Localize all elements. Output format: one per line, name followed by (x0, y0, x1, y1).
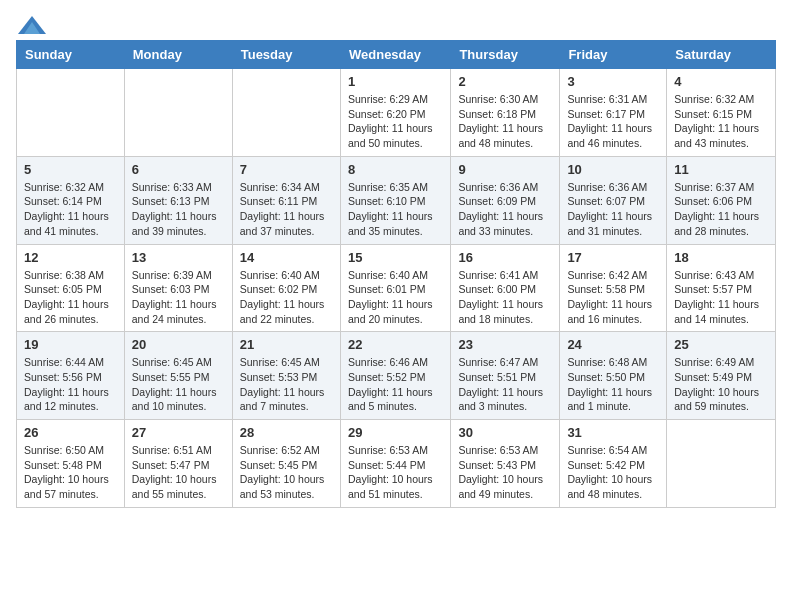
day-info: Sunrise: 6:54 AM Sunset: 5:42 PM Dayligh… (567, 443, 659, 502)
column-header-sunday: Sunday (17, 41, 125, 69)
day-number: 23 (458, 337, 552, 352)
calendar-day-cell: 8Sunrise: 6:35 AM Sunset: 6:10 PM Daylig… (340, 156, 450, 244)
day-number: 4 (674, 74, 768, 89)
calendar-week-row: 12Sunrise: 6:38 AM Sunset: 6:05 PM Dayli… (17, 244, 776, 332)
page-header (16, 16, 776, 30)
calendar-week-row: 5Sunrise: 6:32 AM Sunset: 6:14 PM Daylig… (17, 156, 776, 244)
day-info: Sunrise: 6:38 AM Sunset: 6:05 PM Dayligh… (24, 268, 117, 327)
day-number: 5 (24, 162, 117, 177)
calendar-week-row: 19Sunrise: 6:44 AM Sunset: 5:56 PM Dayli… (17, 332, 776, 420)
column-header-saturday: Saturday (667, 41, 776, 69)
calendar-day-cell: 18Sunrise: 6:43 AM Sunset: 5:57 PM Dayli… (667, 244, 776, 332)
day-info: Sunrise: 6:51 AM Sunset: 5:47 PM Dayligh… (132, 443, 225, 502)
calendar-day-cell: 11Sunrise: 6:37 AM Sunset: 6:06 PM Dayli… (667, 156, 776, 244)
day-number: 12 (24, 250, 117, 265)
day-number: 8 (348, 162, 443, 177)
calendar-day-cell: 6Sunrise: 6:33 AM Sunset: 6:13 PM Daylig… (124, 156, 232, 244)
day-info: Sunrise: 6:43 AM Sunset: 5:57 PM Dayligh… (674, 268, 768, 327)
day-info: Sunrise: 6:48 AM Sunset: 5:50 PM Dayligh… (567, 355, 659, 414)
calendar-empty-cell (17, 69, 125, 157)
logo-icon (18, 16, 46, 34)
day-info: Sunrise: 6:49 AM Sunset: 5:49 PM Dayligh… (674, 355, 768, 414)
day-number: 18 (674, 250, 768, 265)
calendar-day-cell: 17Sunrise: 6:42 AM Sunset: 5:58 PM Dayli… (560, 244, 667, 332)
calendar-header-row: SundayMondayTuesdayWednesdayThursdayFrid… (17, 41, 776, 69)
column-header-tuesday: Tuesday (232, 41, 340, 69)
day-info: Sunrise: 6:36 AM Sunset: 6:09 PM Dayligh… (458, 180, 552, 239)
calendar-day-cell: 28Sunrise: 6:52 AM Sunset: 5:45 PM Dayli… (232, 420, 340, 508)
day-number: 24 (567, 337, 659, 352)
day-number: 19 (24, 337, 117, 352)
calendar-table: SundayMondayTuesdayWednesdayThursdayFrid… (16, 40, 776, 508)
day-number: 25 (674, 337, 768, 352)
calendar-day-cell: 10Sunrise: 6:36 AM Sunset: 6:07 PM Dayli… (560, 156, 667, 244)
day-number: 17 (567, 250, 659, 265)
day-number: 9 (458, 162, 552, 177)
day-info: Sunrise: 6:52 AM Sunset: 5:45 PM Dayligh… (240, 443, 333, 502)
calendar-day-cell: 16Sunrise: 6:41 AM Sunset: 6:00 PM Dayli… (451, 244, 560, 332)
day-info: Sunrise: 6:45 AM Sunset: 5:53 PM Dayligh… (240, 355, 333, 414)
calendar-day-cell: 5Sunrise: 6:32 AM Sunset: 6:14 PM Daylig… (17, 156, 125, 244)
day-info: Sunrise: 6:32 AM Sunset: 6:14 PM Dayligh… (24, 180, 117, 239)
day-info: Sunrise: 6:35 AM Sunset: 6:10 PM Dayligh… (348, 180, 443, 239)
day-number: 21 (240, 337, 333, 352)
calendar-day-cell: 31Sunrise: 6:54 AM Sunset: 5:42 PM Dayli… (560, 420, 667, 508)
calendar-day-cell: 9Sunrise: 6:36 AM Sunset: 6:09 PM Daylig… (451, 156, 560, 244)
day-info: Sunrise: 6:37 AM Sunset: 6:06 PM Dayligh… (674, 180, 768, 239)
calendar-day-cell: 22Sunrise: 6:46 AM Sunset: 5:52 PM Dayli… (340, 332, 450, 420)
day-number: 15 (348, 250, 443, 265)
day-info: Sunrise: 6:41 AM Sunset: 6:00 PM Dayligh… (458, 268, 552, 327)
day-number: 30 (458, 425, 552, 440)
calendar-day-cell: 30Sunrise: 6:53 AM Sunset: 5:43 PM Dayli… (451, 420, 560, 508)
calendar-day-cell: 15Sunrise: 6:40 AM Sunset: 6:01 PM Dayli… (340, 244, 450, 332)
calendar-day-cell: 13Sunrise: 6:39 AM Sunset: 6:03 PM Dayli… (124, 244, 232, 332)
day-number: 28 (240, 425, 333, 440)
calendar-day-cell: 21Sunrise: 6:45 AM Sunset: 5:53 PM Dayli… (232, 332, 340, 420)
day-number: 29 (348, 425, 443, 440)
column-header-thursday: Thursday (451, 41, 560, 69)
day-info: Sunrise: 6:42 AM Sunset: 5:58 PM Dayligh… (567, 268, 659, 327)
day-info: Sunrise: 6:31 AM Sunset: 6:17 PM Dayligh… (567, 92, 659, 151)
calendar-day-cell: 23Sunrise: 6:47 AM Sunset: 5:51 PM Dayli… (451, 332, 560, 420)
day-number: 31 (567, 425, 659, 440)
calendar-day-cell: 4Sunrise: 6:32 AM Sunset: 6:15 PM Daylig… (667, 69, 776, 157)
calendar-day-cell: 24Sunrise: 6:48 AM Sunset: 5:50 PM Dayli… (560, 332, 667, 420)
day-number: 10 (567, 162, 659, 177)
calendar-day-cell: 26Sunrise: 6:50 AM Sunset: 5:48 PM Dayli… (17, 420, 125, 508)
day-info: Sunrise: 6:46 AM Sunset: 5:52 PM Dayligh… (348, 355, 443, 414)
calendar-day-cell: 20Sunrise: 6:45 AM Sunset: 5:55 PM Dayli… (124, 332, 232, 420)
day-info: Sunrise: 6:40 AM Sunset: 6:01 PM Dayligh… (348, 268, 443, 327)
calendar-day-cell: 3Sunrise: 6:31 AM Sunset: 6:17 PM Daylig… (560, 69, 667, 157)
day-info: Sunrise: 6:53 AM Sunset: 5:44 PM Dayligh… (348, 443, 443, 502)
day-info: Sunrise: 6:32 AM Sunset: 6:15 PM Dayligh… (674, 92, 768, 151)
day-number: 6 (132, 162, 225, 177)
calendar-day-cell: 12Sunrise: 6:38 AM Sunset: 6:05 PM Dayli… (17, 244, 125, 332)
column-header-wednesday: Wednesday (340, 41, 450, 69)
day-number: 27 (132, 425, 225, 440)
day-info: Sunrise: 6:47 AM Sunset: 5:51 PM Dayligh… (458, 355, 552, 414)
calendar-empty-cell (667, 420, 776, 508)
day-info: Sunrise: 6:53 AM Sunset: 5:43 PM Dayligh… (458, 443, 552, 502)
column-header-monday: Monday (124, 41, 232, 69)
calendar-empty-cell (232, 69, 340, 157)
calendar-day-cell: 19Sunrise: 6:44 AM Sunset: 5:56 PM Dayli… (17, 332, 125, 420)
day-number: 7 (240, 162, 333, 177)
day-info: Sunrise: 6:39 AM Sunset: 6:03 PM Dayligh… (132, 268, 225, 327)
day-number: 2 (458, 74, 552, 89)
day-info: Sunrise: 6:29 AM Sunset: 6:20 PM Dayligh… (348, 92, 443, 151)
calendar-week-row: 26Sunrise: 6:50 AM Sunset: 5:48 PM Dayli… (17, 420, 776, 508)
day-info: Sunrise: 6:45 AM Sunset: 5:55 PM Dayligh… (132, 355, 225, 414)
day-info: Sunrise: 6:44 AM Sunset: 5:56 PM Dayligh… (24, 355, 117, 414)
calendar-day-cell: 27Sunrise: 6:51 AM Sunset: 5:47 PM Dayli… (124, 420, 232, 508)
day-info: Sunrise: 6:30 AM Sunset: 6:18 PM Dayligh… (458, 92, 552, 151)
day-number: 14 (240, 250, 333, 265)
day-number: 11 (674, 162, 768, 177)
calendar-week-row: 1Sunrise: 6:29 AM Sunset: 6:20 PM Daylig… (17, 69, 776, 157)
day-number: 1 (348, 74, 443, 89)
day-info: Sunrise: 6:34 AM Sunset: 6:11 PM Dayligh… (240, 180, 333, 239)
day-number: 22 (348, 337, 443, 352)
column-header-friday: Friday (560, 41, 667, 69)
calendar-empty-cell (124, 69, 232, 157)
day-info: Sunrise: 6:50 AM Sunset: 5:48 PM Dayligh… (24, 443, 117, 502)
day-number: 3 (567, 74, 659, 89)
